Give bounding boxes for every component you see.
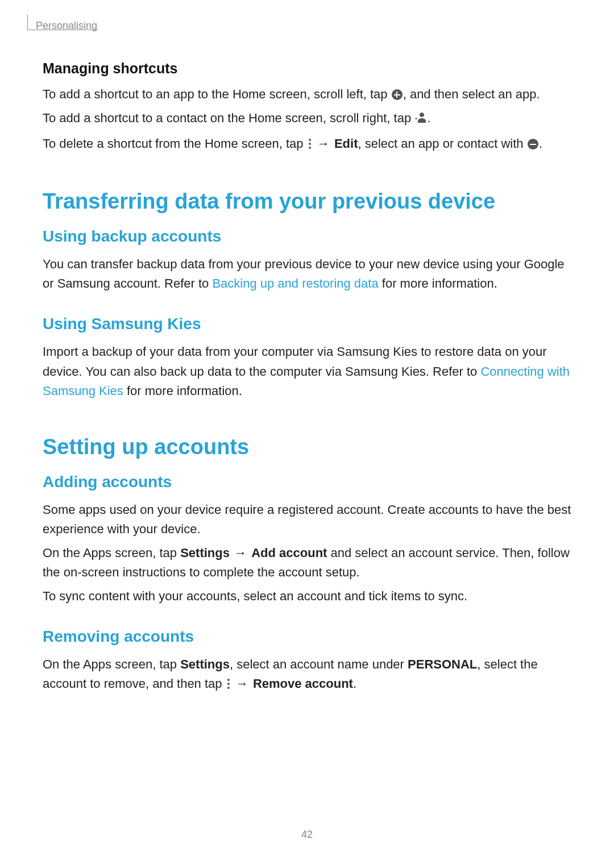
page-number: 42 bbox=[0, 829, 614, 841]
more-options-icon bbox=[308, 136, 312, 155]
edit-label: Edit bbox=[334, 136, 358, 151]
header-underline bbox=[27, 30, 98, 30]
text: , select an account name under bbox=[230, 657, 408, 671]
page-content: Managing shortcuts To add a shortcut to … bbox=[43, 60, 571, 695]
text: To add a shortcut to an app to the Home … bbox=[43, 87, 391, 101]
text: for more information. bbox=[123, 384, 242, 398]
text: On the Apps screen, tap bbox=[43, 657, 180, 671]
adding-accounts-p3: To sync content with your accounts, sele… bbox=[43, 587, 571, 606]
more-options-icon bbox=[226, 676, 231, 695]
using-backup-accounts-p: You can transfer backup data from your p… bbox=[43, 255, 571, 293]
svg-point-1 bbox=[309, 143, 311, 145]
text: , and then select an app. bbox=[403, 87, 540, 101]
text: . bbox=[539, 136, 542, 151]
personal-label: PERSONAL bbox=[408, 657, 477, 671]
managing-shortcuts-p3: To delete a shortcut from the Home scree… bbox=[43, 134, 571, 155]
add-account-label: Add account bbox=[251, 546, 327, 560]
setting-up-accounts-heading: Setting up accounts bbox=[43, 435, 571, 459]
using-backup-accounts-heading: Using backup accounts bbox=[43, 227, 571, 246]
adding-accounts-p2: On the Apps screen, tap Settings → Add a… bbox=[43, 543, 571, 582]
removing-accounts-p: On the Apps screen, tap Settings, select… bbox=[43, 655, 571, 695]
svg-point-4 bbox=[227, 683, 230, 685]
header-rule bbox=[27, 15, 28, 30]
add-contact-icon bbox=[415, 110, 426, 130]
text: Import a backup of your data from your c… bbox=[43, 344, 547, 378]
text: . bbox=[427, 111, 430, 125]
text: for more information. bbox=[379, 276, 497, 290]
plus-circle-icon bbox=[392, 89, 403, 100]
transferring-data-heading: Transferring data from your previous dev… bbox=[43, 189, 571, 214]
svg-point-2 bbox=[309, 147, 311, 149]
page-container: Personalising Managing shortcuts To add … bbox=[0, 0, 614, 868]
svg-point-5 bbox=[227, 687, 230, 689]
arrow-icon: → bbox=[314, 136, 333, 151]
text: To delete a shortcut from the Home scree… bbox=[43, 136, 307, 151]
svg-point-0 bbox=[309, 139, 311, 141]
settings-label: Settings bbox=[180, 546, 230, 560]
using-samsung-kies-heading: Using Samsung Kies bbox=[43, 315, 571, 333]
managing-shortcuts-p1: To add a shortcut to an app to the Home … bbox=[43, 85, 571, 104]
minus-circle-icon bbox=[528, 139, 538, 149]
arrow-icon: → bbox=[231, 546, 250, 560]
text: On the Apps screen, tap bbox=[43, 546, 180, 560]
settings-label: Settings bbox=[180, 657, 230, 671]
svg-point-3 bbox=[227, 679, 230, 681]
backup-restore-link[interactable]: Backing up and restoring data bbox=[212, 276, 378, 290]
adding-accounts-heading: Adding accounts bbox=[43, 473, 571, 491]
arrow-icon: → bbox=[233, 676, 252, 691]
managing-shortcuts-heading: Managing shortcuts bbox=[43, 60, 571, 77]
text: . bbox=[353, 676, 356, 691]
removing-accounts-heading: Removing accounts bbox=[43, 628, 571, 646]
text: , select an app or contact with bbox=[358, 136, 526, 151]
managing-shortcuts-p2: To add a shortcut to a contact on the Ho… bbox=[43, 109, 571, 130]
text: To add a shortcut to a contact on the Ho… bbox=[43, 111, 414, 125]
remove-account-label: Remove account bbox=[253, 676, 353, 691]
adding-accounts-p1: Some apps used on your device require a … bbox=[43, 500, 571, 539]
using-samsung-kies-p: Import a backup of your data from your c… bbox=[43, 342, 571, 400]
